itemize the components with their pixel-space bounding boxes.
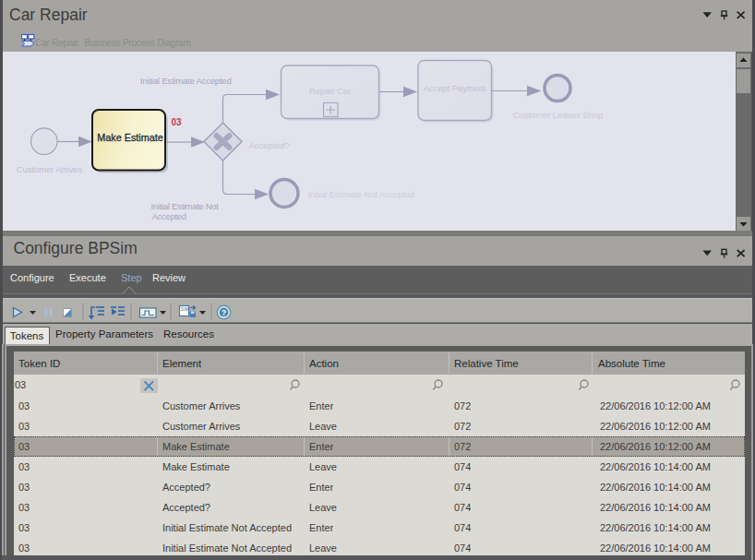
svg-text:Initial Estimate Not Accepted: Initial Estimate Not Accepted — [308, 189, 414, 199]
svg-text:03: 03 — [172, 117, 183, 127]
svg-text:Initial Estimate Not: Initial Estimate Not — [151, 201, 220, 211]
svg-text:SIM: SIM — [181, 306, 189, 312]
svg-text:Repair Car: Repair Car — [309, 86, 351, 96]
svg-text:?: ? — [222, 307, 226, 316]
svg-text:Make Estimate: Make Estimate — [97, 132, 162, 143]
svg-text:Accepted: Accepted — [152, 211, 186, 221]
svg-text:Accepted?: Accepted? — [249, 140, 290, 150]
svg-text:Accept Payment: Accept Payment — [424, 83, 486, 93]
svg-text:Customer Arrives: Customer Arrives — [17, 164, 83, 174]
svg-text:Initial Estimate Accepted: Initial Estimate Accepted — [140, 76, 232, 86]
svg-text:Customer Leaves Shop: Customer Leaves Shop — [513, 110, 603, 120]
